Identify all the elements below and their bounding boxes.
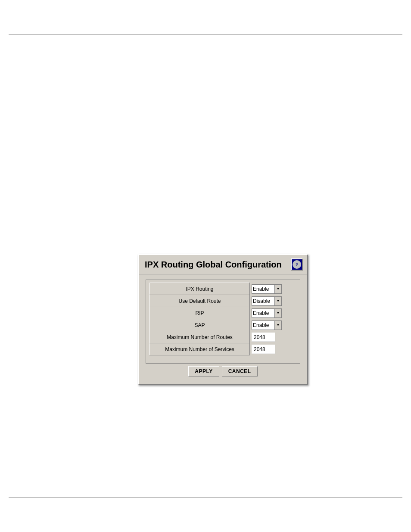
table-row: Maximum Number of Services bbox=[150, 343, 296, 355]
dialog-title: IPX Routing Global Configuration bbox=[145, 260, 282, 270]
button-row: APPLY CANCEL bbox=[146, 364, 300, 380]
sap-dropdown-wrapper: Enable Disable ▼ bbox=[252, 320, 282, 330]
sap-dropdown-arrow[interactable]: ▼ bbox=[274, 321, 281, 330]
ipx-routing-label: IPX Routing bbox=[150, 283, 250, 295]
rip-dropdown-wrapper: Enable Disable ▼ bbox=[252, 308, 282, 318]
sap-label: SAP bbox=[150, 319, 250, 331]
max-services-control bbox=[250, 343, 296, 355]
bottom-rule bbox=[9, 497, 402, 498]
help-button[interactable]: ? bbox=[291, 258, 303, 271]
max-routes-input[interactable] bbox=[252, 333, 275, 342]
max-routes-label: Maximum Number of Routes bbox=[150, 331, 250, 343]
ipx-routing-control: Enable Disable ▼ bbox=[250, 283, 296, 295]
dialog-header: IPX Routing Global Configuration ? bbox=[139, 255, 307, 274]
ipx-routing-select[interactable]: Enable Disable bbox=[252, 285, 274, 293]
use-default-route-dropdown-arrow[interactable]: ▼ bbox=[274, 297, 281, 305]
use-default-route-select[interactable]: Enable Disable bbox=[252, 297, 274, 305]
form-table: IPX Routing Enable Disable ▼ bbox=[149, 283, 296, 355]
use-default-route-dropdown-wrapper: Enable Disable ▼ bbox=[252, 296, 282, 306]
rip-dropdown-arrow[interactable]: ▼ bbox=[274, 309, 281, 317]
max-services-input[interactable] bbox=[252, 345, 275, 354]
help-icon: ? bbox=[293, 260, 301, 269]
apply-button[interactable]: APPLY bbox=[188, 366, 219, 376]
table-row: Maximum Number of Routes bbox=[150, 331, 296, 343]
table-row: RIP Enable Disable ▼ bbox=[150, 307, 296, 319]
ipx-routing-dropdown-wrapper: Enable Disable ▼ bbox=[252, 284, 282, 294]
rip-control: Enable Disable ▼ bbox=[250, 307, 296, 319]
max-routes-control bbox=[250, 331, 296, 343]
use-default-route-control: Enable Disable ▼ bbox=[250, 295, 296, 307]
dialog-body: IPX Routing Enable Disable ▼ bbox=[139, 274, 307, 384]
rip-label: RIP bbox=[150, 307, 250, 319]
ipx-routing-dropdown-arrow[interactable]: ▼ bbox=[274, 285, 281, 293]
table-row: Use Default Route Enable Disable ▼ bbox=[150, 295, 296, 307]
use-default-route-label: Use Default Route bbox=[150, 295, 250, 307]
top-rule bbox=[9, 34, 402, 35]
form-box: IPX Routing Enable Disable ▼ bbox=[146, 280, 300, 364]
cancel-button[interactable]: CANCEL bbox=[222, 366, 258, 376]
max-services-label: Maximum Number of Services bbox=[150, 343, 250, 355]
table-row: SAP Enable Disable ▼ bbox=[150, 319, 296, 331]
sap-control: Enable Disable ▼ bbox=[250, 319, 296, 331]
dialog-container: IPX Routing Global Configuration ? IPX R… bbox=[138, 254, 308, 385]
sap-select[interactable]: Enable Disable bbox=[252, 321, 274, 330]
table-row: IPX Routing Enable Disable ▼ bbox=[150, 283, 296, 295]
rip-select[interactable]: Enable Disable bbox=[252, 309, 274, 317]
